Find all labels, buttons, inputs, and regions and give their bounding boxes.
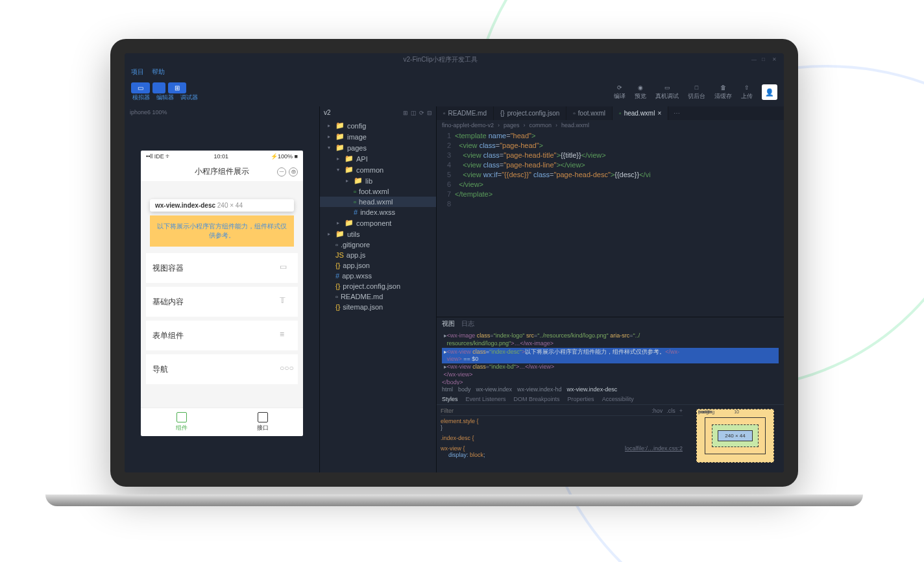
pill-label-2: 调试器 <box>180 93 198 102</box>
new-folder-icon[interactable]: ◫ <box>411 110 417 116</box>
devtools-panel: 视图日志 ▸<wx-image class="index-logo" src="… <box>437 317 784 472</box>
tabs-more-icon[interactable]: ⋯ <box>668 106 685 120</box>
tree-item[interactable]: {}sitemap.json <box>320 302 436 312</box>
menu-help[interactable]: 帮助 <box>152 67 165 77</box>
tree-item[interactable]: {}project.config.json <box>320 281 436 291</box>
simulator-panel: iphone6 100% ••ll IDE ᯤ 10:01 ⚡100% ■ 小程… <box>125 106 319 472</box>
dom-crumb[interactable]: body <box>458 386 471 393</box>
tool-真机调试[interactable]: ▭真机调试 <box>655 84 679 101</box>
tree-item[interactable]: #app.wxss <box>320 271 436 281</box>
avatar[interactable]: 👤 <box>762 84 777 100</box>
menu-project[interactable]: 项目 <box>131 67 144 77</box>
tree-item[interactable]: ▸📁utils <box>320 228 436 239</box>
tree-item[interactable]: ▸📁API <box>320 153 436 164</box>
tool-清缓存[interactable]: 🗑清缓存 <box>714 84 732 101</box>
list-item[interactable]: 基础内容𝕋 <box>146 287 298 317</box>
cls-toggle[interactable]: .cls <box>666 408 675 414</box>
phone-preview: ••ll IDE ᯤ 10:01 ⚡100% ■ 小程序组件展示 ··· ◎ w… <box>141 151 303 436</box>
style-tab[interactable]: DOM Breakpoints <box>514 396 560 402</box>
tree-item[interactable]: ▾📁pages <box>320 142 436 153</box>
box-model: margin10 border padding 240 × 44 <box>687 405 784 472</box>
target-icon[interactable]: ◎ <box>289 167 298 177</box>
devtools-tab[interactable]: 日志 <box>461 319 474 328</box>
editor-tab[interactable]: ▫head.wxml × <box>613 106 668 120</box>
ide-window: v2-FinClip小程序开发工具 — □ ✕ 项目 帮助 ▭⊞ 模拟器编辑器调… <box>125 53 784 472</box>
tree-item[interactable]: ▸📁component <box>320 217 436 228</box>
tool-预览[interactable]: ◉预览 <box>635 84 646 101</box>
editor-tab[interactable]: ▫foot.wxml <box>566 106 613 120</box>
tree-item[interactable]: ▸📁lib <box>320 175 436 186</box>
tree-item[interactable]: ▸📁config <box>320 120 436 131</box>
new-file-icon[interactable]: ⊞ <box>403 110 408 116</box>
pill-label-1: 编辑器 <box>156 93 174 102</box>
tree-item[interactable]: ▫README.md <box>320 291 436 302</box>
tree-item[interactable]: #index.wxss <box>320 207 436 217</box>
window-title: v2-FinClip小程序开发工具 <box>130 55 751 64</box>
editor-tab[interactable]: {}project.config.json <box>494 106 566 120</box>
menubar: 项目 帮助 <box>125 66 784 78</box>
editor-tab[interactable]: ▫README.md <box>437 106 494 120</box>
breadcrumb: fino-applet-demo-v2 › pages › common › h… <box>437 120 784 130</box>
code-editor[interactable]: <template name="head"> <view class="page… <box>455 130 784 317</box>
tool-上传[interactable]: ⇧上传 <box>741 84 753 101</box>
time-text: 10:01 <box>213 153 228 160</box>
dom-crumb[interactable]: wx-view.index <box>476 386 513 393</box>
laptop-mockup: v2-FinClip小程序开发工具 — □ ✕ 项目 帮助 ▭⊞ 模拟器编辑器调… <box>110 39 798 506</box>
refresh-icon[interactable]: ⟳ <box>419 110 424 116</box>
close-icon[interactable]: ✕ <box>772 56 779 63</box>
tree-item[interactable]: ▫.gitignore <box>320 239 436 250</box>
maximize-icon[interactable]: □ <box>762 56 768 63</box>
toolbar: ▭⊞ 模拟器编辑器调试器 ⟳编译◉预览▭真机调试□切后台🗑清缓存⇧上传👤 <box>125 78 784 106</box>
device-info: iphone6 100% <box>125 106 319 118</box>
tree-item[interactable]: ▫head.wxml <box>320 197 436 207</box>
css-rules[interactable]: element.style {}.index-desc {</span></di… <box>441 416 683 460</box>
tree-item[interactable]: ▸📁image <box>320 131 436 142</box>
collapse-icon[interactable]: ⊟ <box>427 110 432 116</box>
tree-item[interactable]: {}app.json <box>320 260 436 271</box>
pill-label-0: 模拟器 <box>132 93 150 102</box>
list-item[interactable]: 视图容器▭ <box>146 253 298 283</box>
battery-text: ⚡100% ■ <box>271 153 298 160</box>
minimize-icon[interactable]: — <box>751 56 758 63</box>
highlighted-element[interactable]: 以下将展示小程序官方组件能力，组件样式仅供参考。 <box>150 215 294 247</box>
list-item[interactable]: 表单组件≡ <box>146 321 298 350</box>
devtools-tab[interactable]: 视图 <box>442 319 455 328</box>
add-style-icon[interactable]: + <box>679 408 683 414</box>
titlebar: v2-FinClip小程序开发工具 — □ ✕ <box>125 53 784 66</box>
tree-item[interactable]: ▫foot.wxml <box>320 186 436 197</box>
pill-0[interactable]: ▭ <box>131 82 150 93</box>
hov-toggle[interactable]: :hov <box>651 408 663 414</box>
editor-panel: ▫README.md{}project.config.json▫foot.wxm… <box>436 106 784 472</box>
dom-crumb[interactable]: wx-view.index-desc <box>567 386 618 393</box>
app-title: 小程序组件展示 <box>195 166 249 177</box>
tool-切后台[interactable]: □切后台 <box>688 84 705 101</box>
dom-tree[interactable]: ▸<wx-image class="index-logo" src="../re… <box>437 330 784 385</box>
style-tab[interactable]: Styles <box>442 396 458 402</box>
style-tab[interactable]: Accessibility <box>602 396 634 402</box>
tree-item[interactable]: JSapp.js <box>320 250 436 260</box>
phone-tab-接口[interactable]: 接口 <box>222 408 303 436</box>
carrier-text: ••ll IDE ᯤ <box>146 153 171 160</box>
style-filter-input[interactable] <box>441 408 648 414</box>
file-explorer: v2 ⊞ ◫ ⟳ ⊟ ▸📁config▸📁image▾📁pages▸📁API▾📁… <box>319 106 436 472</box>
phone-tab-组件[interactable]: 组件 <box>141 408 222 436</box>
tool-编译[interactable]: ⟳编译 <box>614 84 626 101</box>
pill-2[interactable]: ⊞ <box>168 82 186 93</box>
style-tab[interactable]: Event Listeners <box>466 396 506 402</box>
dom-crumb[interactable]: wx-view.index-hd <box>517 386 562 393</box>
tree-item[interactable]: ▾📁common <box>320 164 436 175</box>
inspect-tooltip: wx-view.index-desc 240 × 44 <box>150 199 294 212</box>
list-item[interactable]: 导航○○○ <box>146 354 298 384</box>
more-icon[interactable]: ··· <box>277 167 286 177</box>
dom-crumb[interactable]: html <box>442 386 453 393</box>
style-tab[interactable]: Properties <box>568 396 594 402</box>
project-root[interactable]: v2 <box>324 109 331 116</box>
laptop-base <box>45 495 863 506</box>
pill-1[interactable] <box>152 82 165 93</box>
dom-path: htmlbodywx-view.indexwx-view.index-hdwx-… <box>437 385 784 394</box>
tab-close-icon[interactable]: × <box>657 110 661 117</box>
